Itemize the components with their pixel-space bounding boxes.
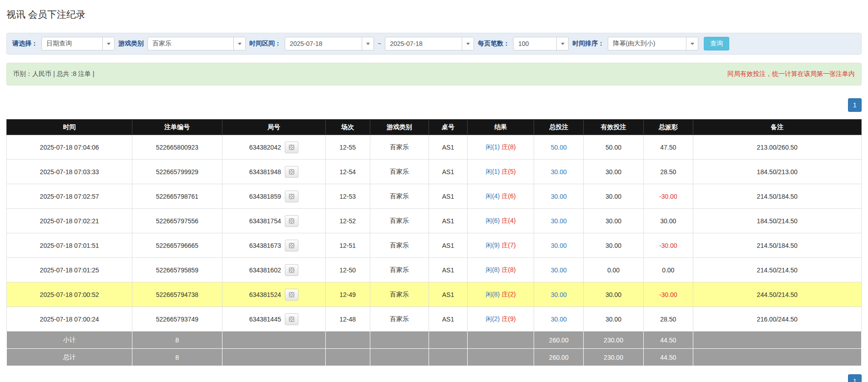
payout-cell: 47.50: [643, 135, 693, 160]
game-cell: 百家乐: [370, 160, 429, 184]
payout-cell: -30.00: [643, 282, 693, 307]
round-cell: 634381948: [222, 160, 325, 184]
note-cell: 184.50/214.50: [693, 209, 861, 233]
subtotal-row: 小计 8 260.00 230.00 44.50: [7, 332, 862, 349]
query-type-select[interactable]: 日期查询: [41, 37, 115, 50]
session-cell: 12-55: [325, 135, 370, 160]
valid-bet-cell: 30.00: [584, 160, 644, 184]
round-cell: 634381524: [222, 282, 325, 307]
valid-bet-cell: 30.00: [584, 307, 644, 332]
chevron-down-icon: [556, 37, 568, 50]
payout-cell: 28.50: [643, 160, 693, 184]
sort-order-select[interactable]: 降幂(由大到小): [608, 37, 698, 50]
dice-icon[interactable]: [285, 191, 298, 202]
table-row: 2025-07-18 07:02:57 522665798761 6343818…: [7, 184, 862, 209]
bet-id-cell: 522665799929: [132, 160, 222, 184]
pagination-bottom: 1: [6, 374, 862, 382]
result-player: 闲(1): [485, 168, 500, 175]
table-no-cell: AS1: [429, 258, 468, 282]
round-cell: 634381673: [222, 233, 325, 258]
page-1-button-bottom[interactable]: 1: [848, 374, 862, 382]
result-banker: 庄(2): [502, 291, 516, 298]
round-cell: 634381754: [222, 209, 325, 233]
total-valid-bet: 230.00: [584, 349, 644, 366]
dice-icon[interactable]: [285, 215, 298, 227]
dice-icon[interactable]: [285, 240, 298, 251]
round-cell: 634381445: [222, 307, 325, 332]
round-number: 634381602: [249, 266, 281, 274]
result-player: 闲(2): [485, 315, 500, 322]
bet-id-cell: 522665795859: [132, 258, 222, 282]
total-bet-cell[interactable]: 30.00: [534, 233, 584, 258]
header-valid-bet: 有效投注: [584, 120, 644, 135]
table-row: 2025-07-18 07:04:06 522665800923 6343820…: [7, 135, 862, 160]
sort-order-label: 时间排序：: [572, 40, 604, 48]
total-bet-cell[interactable]: 30.00: [534, 160, 584, 184]
page: 视讯 会员下注纪录 请选择： 日期查询 游戏类别 百家乐 时间区间： 2025-…: [0, 0, 868, 382]
round-number: 634381524: [249, 291, 281, 298]
header-time: 时间: [7, 120, 132, 135]
subtotal-payout: 44.50: [643, 332, 693, 349]
dice-icon[interactable]: [285, 141, 298, 153]
header-total-bet: 总投注: [534, 120, 584, 135]
note-cell: 214.50/184.50: [693, 233, 861, 258]
table-row: 2025-07-18 07:02:21 522665797556 6343817…: [7, 209, 862, 233]
total-bet-cell[interactable]: 50.00: [534, 135, 584, 160]
search-button[interactable]: 查询: [704, 37, 729, 50]
page-1-button[interactable]: 1: [848, 98, 862, 112]
table-row: 2025-07-18 07:03:33 522665799929 6343819…: [7, 160, 862, 184]
total-bet-cell[interactable]: 30.00: [534, 258, 584, 282]
total-bet-cell[interactable]: 30.00: [534, 307, 584, 332]
bet-id-cell: 522665797556: [132, 209, 222, 233]
page-size-label: 每页笔数：: [478, 40, 510, 48]
result-player: 闲(8): [485, 291, 500, 298]
game-type-select[interactable]: 百家乐: [147, 37, 246, 50]
payout-cell: -30.00: [643, 233, 693, 258]
date-from-select[interactable]: 2025-07-18: [285, 37, 374, 50]
round-number: 634381754: [249, 217, 281, 225]
date-to-select[interactable]: 2025-07-18: [385, 37, 474, 50]
chevron-down-icon: [362, 37, 373, 50]
page-size-select[interactable]: 100: [513, 37, 569, 50]
table-no-cell: AS1: [429, 282, 468, 307]
round-cell: 634381859: [222, 184, 325, 209]
chevron-down-icon: [686, 37, 698, 50]
total-bet-cell[interactable]: 30.00: [534, 184, 584, 209]
note-cell: 244.50/214.50: [693, 282, 861, 307]
bet-id-cell: 522665793749: [132, 307, 222, 332]
bet-id-cell: 522665794738: [132, 282, 222, 307]
round-cell: 634381602: [222, 258, 325, 282]
round-number: 634382042: [249, 144, 281, 151]
note-cell: 214.50/214.50: [693, 258, 861, 282]
session-cell: 12-51: [325, 233, 370, 258]
table-no-cell: AS1: [429, 209, 468, 233]
session-cell: 12-49: [325, 282, 370, 307]
time-cell: 2025-07-18 07:04:06: [7, 135, 132, 160]
dice-icon[interactable]: [285, 166, 298, 178]
bet-id-cell: 522665798761: [132, 184, 222, 209]
subtotal-total-bet: 260.00: [534, 332, 584, 349]
result-banker: 庄(8): [502, 143, 516, 151]
table-no-cell: AS1: [429, 135, 468, 160]
filter-bar: 请选择： 日期查询 游戏类别 百家乐 时间区间： 2025-07-18 ~ 20…: [6, 33, 862, 55]
result-cell: 闲(9)庄(7): [467, 233, 534, 258]
result-banker: 庄(6): [502, 192, 516, 200]
total-bet-cell[interactable]: 30.00: [534, 282, 584, 307]
header-game: 游戏类别: [370, 120, 429, 135]
dice-icon[interactable]: [285, 289, 298, 301]
dice-icon[interactable]: [285, 264, 298, 276]
total-bet-cell[interactable]: 30.00: [534, 209, 584, 233]
game-cell: 百家乐: [370, 282, 429, 307]
chevron-down-icon: [233, 37, 245, 50]
result-banker: 庄(5): [502, 168, 516, 175]
subtotal-valid-bet: 230.00: [584, 332, 644, 349]
note-cell: 213.00/260.50: [693, 135, 861, 160]
header-note: 备注: [693, 120, 861, 135]
valid-bet-cell: 30.00: [584, 233, 644, 258]
result-player: 闲(8): [485, 266, 500, 273]
round-number: 634381445: [249, 316, 281, 323]
date-range-separator: ~: [378, 40, 381, 47]
game-cell: 百家乐: [370, 135, 429, 160]
table-row: 2025-07-18 07:01:51 522665796665 6343816…: [7, 233, 862, 258]
dice-icon[interactable]: [285, 313, 298, 325]
